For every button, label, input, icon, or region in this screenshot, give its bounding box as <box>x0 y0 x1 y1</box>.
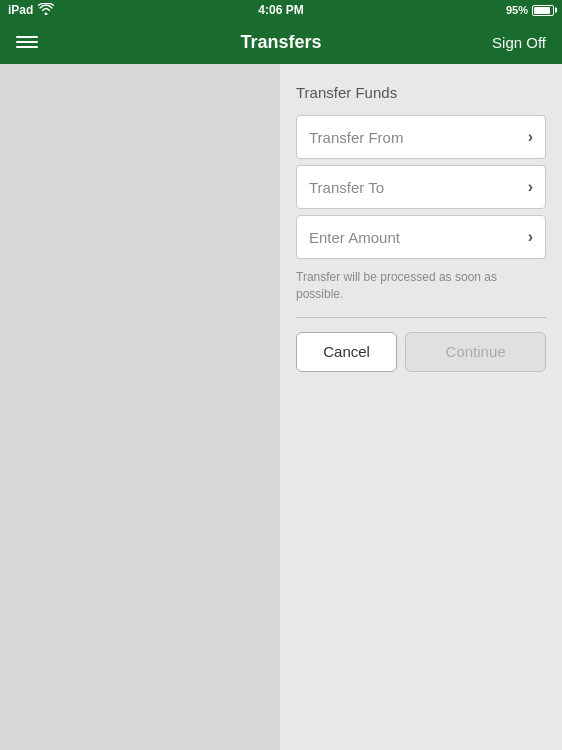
battery-icon <box>532 5 554 16</box>
main-content: Transfer Funds Transfer From › Transfer … <box>0 64 562 750</box>
button-row: Cancel Continue <box>296 332 546 372</box>
enter-amount-label: Enter Amount <box>309 229 400 246</box>
section-title: Transfer Funds <box>296 84 546 101</box>
wifi-icon <box>38 3 54 18</box>
nav-bar: Transfers Sign Off <box>0 20 562 64</box>
transfer-to-label: Transfer To <box>309 179 384 196</box>
divider <box>296 317 546 318</box>
cancel-button[interactable]: Cancel <box>296 332 397 372</box>
transfer-to-chevron: › <box>528 178 533 196</box>
carrier-label: iPad <box>8 3 33 17</box>
transfer-to-group: Transfer To › <box>296 165 546 209</box>
enter-amount-row[interactable]: Enter Amount › <box>296 215 546 259</box>
transfer-note: Transfer will be processed as soon as po… <box>296 269 546 303</box>
left-panel <box>0 64 280 750</box>
right-panel: Transfer Funds Transfer From › Transfer … <box>280 64 562 750</box>
continue-button[interactable]: Continue <box>405 332 546 372</box>
enter-amount-chevron: › <box>528 228 533 246</box>
enter-amount-group: Enter Amount › <box>296 215 546 259</box>
transfer-from-label: Transfer From <box>309 129 403 146</box>
status-right: 95% <box>506 4 554 16</box>
page-title: Transfers <box>240 32 321 53</box>
sign-off-button[interactable]: Sign Off <box>488 30 550 55</box>
status-time: 4:06 PM <box>258 3 303 17</box>
transfer-from-chevron: › <box>528 128 533 146</box>
transfer-from-row[interactable]: Transfer From › <box>296 115 546 159</box>
menu-button[interactable] <box>12 32 42 52</box>
status-bar: iPad 4:06 PM 95% <box>0 0 562 20</box>
battery-percent: 95% <box>506 4 528 16</box>
transfer-to-row[interactable]: Transfer To › <box>296 165 546 209</box>
transfer-from-group: Transfer From › <box>296 115 546 159</box>
status-left: iPad <box>8 3 54 18</box>
